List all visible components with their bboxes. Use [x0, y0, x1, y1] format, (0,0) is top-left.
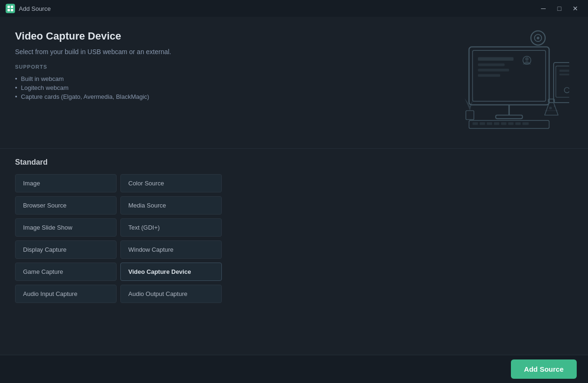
source-item-browser-source[interactable]: Browser Source — [15, 196, 117, 215]
svg-rect-28 — [559, 74, 569, 76]
svg-rect-15 — [466, 111, 474, 120]
supports-item-2: Logitech webcam — [15, 83, 297, 92]
app-logo-icon — [7, 5, 14, 12]
source-item-audio-input-capture[interactable]: Audio Input Capture — [15, 285, 117, 303]
svg-rect-12 — [478, 74, 500, 77]
svg-rect-24 — [523, 122, 529, 125]
svg-rect-14 — [496, 115, 523, 119]
svg-point-35 — [554, 105, 556, 107]
svg-rect-9 — [478, 57, 514, 61]
window-title: Add Source — [19, 5, 51, 12]
device-illustration — [400, 24, 569, 132]
section-title: Standard — [15, 158, 573, 167]
svg-rect-3 — [11, 9, 13, 11]
preview-text: Video Capture Device Select from your bu… — [15, 30, 297, 137]
svg-point-6 — [537, 37, 540, 40]
source-item-window-capture[interactable]: Window Capture — [120, 240, 222, 259]
illustration — [400, 26, 569, 130]
svg-rect-19 — [487, 122, 492, 125]
svg-rect-2 — [8, 9, 10, 11]
preview-subtitle: Select from your build in USB webcam or … — [15, 48, 297, 56]
svg-rect-11 — [478, 69, 509, 72]
supports-list: Built in webcam Logitech webcam Capture … — [15, 74, 297, 101]
supports-item-1: Built in webcam — [15, 74, 297, 83]
svg-rect-1 — [11, 6, 13, 8]
svg-rect-27 — [559, 70, 569, 72]
bottom-bar: Add Source — [0, 355, 588, 383]
svg-point-31 — [525, 57, 529, 61]
add-source-button[interactable]: Add Source — [511, 359, 577, 379]
source-section: Standard Image Color Source Browser Sour… — [0, 149, 588, 383]
svg-rect-21 — [501, 122, 506, 125]
source-item-text-gdi[interactable]: Text (GDI+) — [120, 218, 222, 237]
svg-rect-22 — [508, 122, 513, 125]
preview-title: Video Capture Device — [15, 30, 297, 42]
svg-rect-10 — [478, 64, 505, 66]
preview-section: Video Capture Device Select from your bu… — [0, 17, 588, 149]
titlebar: Add Source ─ □ ✕ — [0, 0, 588, 17]
svg-rect-23 — [515, 122, 520, 125]
supports-item-3: Capture cards (Elgato, Avermedia, BlackM… — [15, 92, 297, 101]
source-item-game-capture[interactable]: Game Capture — [15, 263, 117, 281]
source-item-media-source[interactable]: Media Source — [120, 196, 222, 215]
svg-point-29 — [564, 88, 569, 93]
minimize-button[interactable]: ─ — [536, 3, 550, 14]
svg-point-34 — [549, 107, 552, 110]
svg-rect-17 — [472, 122, 478, 125]
source-grid: Image Color Source Browser Source Media … — [15, 174, 222, 303]
svg-rect-0 — [8, 6, 10, 8]
source-item-audio-output-capture[interactable]: Audio Output Capture — [120, 285, 222, 303]
source-item-image-slide-show[interactable]: Image Slide Show — [15, 218, 117, 237]
supports-label: SUPPORTS — [15, 64, 297, 70]
app-icon — [6, 4, 15, 13]
window-controls: ─ □ ✕ — [536, 3, 582, 14]
source-item-image[interactable]: Image — [15, 174, 117, 192]
svg-rect-18 — [480, 122, 485, 125]
svg-rect-20 — [494, 122, 499, 125]
close-button[interactable]: ✕ — [568, 3, 582, 14]
main-content: Video Capture Device Select from your bu… — [0, 17, 588, 383]
source-item-color-source[interactable]: Color Source — [120, 174, 222, 192]
titlebar-left: Add Source — [6, 4, 51, 13]
source-item-display-capture[interactable]: Display Capture — [15, 240, 117, 259]
source-item-video-capture-device[interactable]: Video Capture Device — [120, 263, 222, 281]
maximize-button[interactable]: □ — [552, 3, 566, 14]
